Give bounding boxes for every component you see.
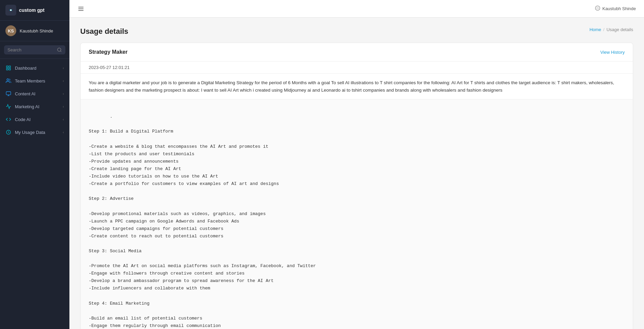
avatar: KS	[5, 25, 16, 36]
sidebar-item-code-ai[interactable]: Code AI ‹	[0, 113, 69, 126]
sidebar-item-team-members[interactable]: Team Members ‹	[0, 74, 69, 87]
svg-rect-3	[6, 66, 8, 68]
sidebar-dashboard-label: Dashboard	[15, 66, 37, 71]
sidebar: custom gpt KS Kaustubh Shinde	[0, 0, 69, 329]
sidebar-item-dashboard[interactable]: Dashboard ‹	[0, 62, 69, 74]
topbar-user-name: Kaustubh Shinde	[602, 6, 636, 11]
search-button[interactable]	[57, 47, 62, 52]
hamburger-button[interactable]	[78, 5, 84, 12]
prompt-row: You are a digital marketer and your job …	[81, 74, 633, 99]
strategy-title: Strategy Maker	[89, 49, 128, 55]
svg-point-1	[10, 9, 12, 11]
breadcrumb-current: Usage details	[606, 27, 633, 32]
usage-icon	[5, 129, 12, 135]
breadcrumb-home[interactable]: Home	[589, 27, 601, 32]
svg-point-2	[58, 48, 61, 51]
breadcrumb: Home / Usage details	[589, 27, 633, 32]
response-text: . Step 1: Build a Digital Platform -Crea…	[89, 114, 316, 329]
marketing-icon	[5, 103, 12, 110]
sidebar-logo: custom gpt	[5, 5, 44, 16]
timestamp-row: 2023-05-27 12:01:21	[81, 62, 633, 74]
code-chevron: ‹	[63, 117, 64, 121]
svg-rect-4	[9, 66, 10, 68]
page-title: Usage details	[80, 27, 128, 36]
svg-rect-5	[6, 68, 8, 70]
search-container	[0, 41, 69, 59]
sidebar-code-label: Code AI	[15, 117, 30, 122]
timestamp: 2023-05-27 12:01:21	[89, 65, 130, 70]
sidebar-team-label: Team Members	[15, 78, 45, 84]
topbar: Kaustubh Shinde	[69, 0, 644, 18]
search-input[interactable]	[7, 47, 54, 52]
svg-point-7	[7, 79, 8, 80]
avatar-initials: KS	[8, 28, 14, 33]
content-icon	[5, 91, 12, 97]
sidebar-item-marketing-ai[interactable]: Marketing AI ‹	[0, 100, 69, 113]
search-icon	[57, 47, 62, 52]
sidebar-user-name: Kaustubh Shinde	[20, 28, 53, 33]
search-wrapper[interactable]	[4, 45, 65, 54]
team-chevron: ‹	[63, 79, 64, 83]
page-header: Usage details Home / Usage details	[80, 27, 633, 36]
svg-point-12	[595, 6, 600, 10]
usage-chevron: ‹	[63, 130, 64, 134]
dashboard-chevron: ‹	[63, 66, 64, 70]
sidebar-usage-label: My Usage Data	[15, 130, 45, 135]
prompt-text: You are a digital marketer and your job …	[89, 80, 614, 93]
menu-icon	[78, 5, 84, 12]
sidebar-item-my-usage-data[interactable]: My Usage Data ‹	[0, 126, 69, 139]
response-area: . Step 1: Build a Digital Platform -Crea…	[81, 99, 633, 329]
view-history-link[interactable]: View History	[600, 50, 625, 55]
main-content: Kaustubh Shinde Usage details Home / Usa…	[69, 0, 644, 329]
breadcrumb-separator: /	[603, 27, 605, 32]
sidebar-content-label: Content AI	[15, 91, 36, 96]
code-icon	[5, 116, 12, 122]
card-header: Strategy Maker View History	[81, 43, 633, 62]
team-icon	[5, 78, 12, 84]
content-chevron: ‹	[63, 92, 64, 96]
logo-text: custom gpt	[19, 7, 44, 13]
content-area: Usage details Home / Usage details Strat…	[69, 18, 644, 329]
svg-rect-6	[9, 68, 10, 70]
user-circle-icon	[595, 5, 600, 12]
sidebar-item-content-ai[interactable]: Content AI ‹	[0, 87, 69, 100]
marketing-chevron: ‹	[63, 104, 64, 109]
svg-rect-8	[6, 92, 10, 95]
sidebar-marketing-label: Marketing AI	[15, 104, 39, 109]
sidebar-header: custom gpt	[0, 0, 69, 21]
topbar-user: Kaustubh Shinde	[595, 5, 636, 12]
nav-menu: Dashboard ‹ Team Members ‹	[0, 59, 69, 329]
logo-icon	[5, 5, 16, 16]
user-profile: KS Kaustubh Shinde	[0, 21, 69, 41]
usage-details-card: Strategy Maker View History 2023-05-27 1…	[80, 43, 633, 329]
dashboard-icon	[5, 65, 12, 71]
